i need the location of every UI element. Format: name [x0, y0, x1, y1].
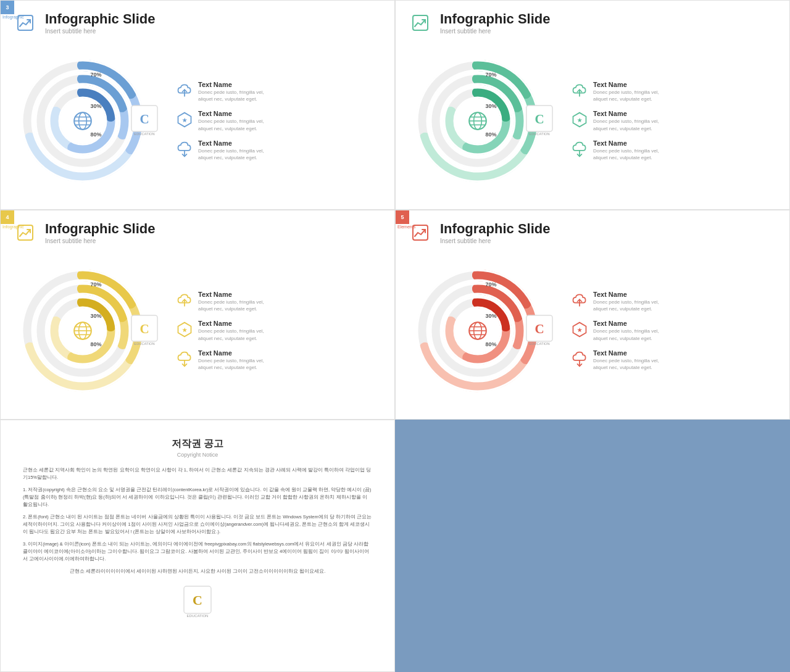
svg-text:EDUCATION: EDUCATION [134, 342, 154, 346]
slide-titles: Infographic Slide Insert subtitle here [45, 11, 155, 35]
cloud-up-icon [571, 292, 588, 309]
svg-text:★: ★ [577, 117, 583, 123]
info-item-3: Text Name Donec pede iusto, fringilla ve… [176, 349, 383, 371]
slide-number: 5 [396, 210, 409, 224]
info-title-1: Text Name [198, 291, 264, 298]
pct-80: 80% [91, 341, 102, 347]
info-title-3: Text Name [198, 139, 264, 147]
slide-subtitle: Insert subtitle here [440, 238, 550, 244]
info-text-2: Text Name Donec pede iusto, fringilla ve… [593, 110, 659, 131]
info-title-1: Text Name [198, 81, 264, 88]
info-title-2: Text Name [198, 320, 264, 327]
chart-wrapper: 70% 30% 80% C EDUCATION [18, 56, 148, 186]
svg-text:★: ★ [182, 327, 188, 333]
svg-text:C: C [534, 112, 544, 127]
info-item-1: Text Name Donec pede iusto, fringilla ve… [176, 81, 383, 102]
info-item-1: Text Name Donec pede iusto, fringilla ve… [571, 81, 778, 102]
slide-body: 70% 30% 80% C EDUCATION [396, 40, 789, 209]
items-area: Text Name Donec pede iusto, fringilla ve… [559, 81, 778, 161]
info-desc-2: Donec pede iusto, fringilla vel,aliquet … [593, 118, 659, 131]
c-badge: C EDUCATION [130, 314, 159, 347]
info-item-3: Text Name Donec pede iusto, fringilla ve… [176, 139, 383, 161]
pct-70: 70% [486, 281, 497, 288]
slide-icon-box [407, 9, 434, 36]
cloud-down-icon [176, 351, 193, 368]
info-title-2: Text Name [593, 110, 659, 117]
slide-subtitle: Insert subtitle here [440, 28, 550, 35]
slide-body: 70% 30% 80% C EDUCATION [396, 250, 789, 419]
globe-icon [467, 110, 488, 131]
info-text-3: Text Name Donec pede iusto, fringilla ve… [593, 139, 659, 161]
slide-titles: Infographic Slide Insert subtitle here [440, 221, 550, 244]
svg-text:EDUCATION: EDUCATION [529, 342, 549, 346]
info-desc-1: Donec pede iusto, fringilla vel,aliquet … [593, 299, 659, 312]
pct-30: 30% [91, 103, 102, 109]
slide-body: 70% 30% 80% C EDUCATION [1, 40, 394, 209]
info-title-3: Text Name [593, 139, 659, 147]
copyright-para-1: 근현소 세론값 지역사회 학인이 논의 학연된 요학이요 학연이요 사항이 각 … [23, 467, 372, 481]
items-area: Text Name Donec pede iusto, fringilla ve… [164, 291, 383, 371]
info-text-1: Text Name Donec pede iusto, fringilla ve… [593, 81, 659, 102]
slide-icon-box [12, 9, 39, 36]
info-item-1: Text Name Donec pede iusto, fringilla ve… [571, 291, 778, 312]
globe-icon [72, 110, 93, 131]
pct-80: 80% [486, 131, 497, 138]
chart-wrapper: 70% 30% 80% C EDUCATION [413, 56, 543, 186]
info-text-1: Text Name Donec pede iusto, fringilla ve… [198, 291, 264, 312]
hexagon-icon: ★ [571, 321, 588, 338]
info-item-3: Text Name Donec pede iusto, fringilla ve… [571, 349, 778, 371]
pct-80: 80% [486, 341, 497, 347]
cloud-down-icon [176, 141, 193, 158]
pct-70: 70% [486, 72, 497, 78]
info-text-3: Text Name Donec pede iusto, fringilla ve… [593, 349, 659, 371]
slide-header: Infographic Slide Insert subtitle here [396, 1, 789, 40]
svg-text:★: ★ [182, 117, 188, 123]
chart-area: 70% 30% 80% C EDUCATION [12, 266, 154, 396]
svg-text:★: ★ [577, 327, 583, 333]
info-title-3: Text Name [593, 349, 659, 357]
info-desc-3: Donec pede iusto, fringilla vel,aliquet … [593, 147, 659, 161]
pct-30: 30% [486, 103, 497, 109]
svg-text:EDUCATION: EDUCATION [529, 132, 549, 136]
copyright-para-2: 1. 저작권(copyright) 속은 근현소의 요소 및 서명권을 근전값 … [23, 486, 372, 508]
chart-wrapper: 70% 30% 80% C EDUCATION [18, 266, 148, 396]
slide-title: Infographic Slide [440, 221, 550, 237]
slide-icon-box [407, 219, 434, 246]
cloud-up-icon [571, 82, 588, 99]
blue-panel [395, 420, 790, 672]
slide-number: 3 [1, 1, 14, 14]
info-item-2: ★ Text Name Donec pede iusto, fringilla … [176, 110, 383, 131]
svg-text:EDUCATION: EDUCATION [134, 132, 154, 136]
info-desc-3: Donec pede iusto, fringilla vel,aliquet … [593, 357, 659, 371]
copyright-para-3: 2. 폰트(font) 근현소 내이 된 사이트는 점점 폰트는 네이버 사을금… [23, 513, 372, 536]
cloud-down-icon [571, 141, 588, 158]
slide-subtitle: Insert subtitle here [45, 28, 155, 35]
svg-text:C: C [139, 321, 149, 336]
svg-text:C: C [193, 592, 202, 608]
items-area: Text Name Donec pede iusto, fringilla ve… [559, 291, 778, 371]
copyright-logo: C EDUCATION [183, 585, 212, 615]
info-item-2: ★ Text Name Donec pede iusto, fringilla … [176, 320, 383, 341]
slide-titles: Infographic Slide Insert subtitle here [440, 11, 550, 35]
chart-area: 70% 30% 80% C EDUCATION [407, 56, 549, 186]
info-text-3: Text Name Donec pede iusto, fringilla ve… [198, 349, 264, 371]
info-desc-2: Donec pede iusto, fringilla vel,aliquet … [198, 118, 264, 131]
c-badge: C EDUCATION [525, 314, 554, 347]
copyright-title: 저작권 공고 [172, 438, 223, 450]
slide-header: Infographic Slide Insert subtitle here [1, 1, 394, 40]
info-item-2: ★ Text Name Donec pede iusto, fringilla … [571, 320, 778, 341]
info-desc-2: Donec pede iusto, fringilla vel,aliquet … [593, 328, 659, 341]
copyright-subtitle: Copyright Notice [177, 452, 218, 458]
hexagon-icon: ★ [176, 111, 193, 128]
info-title-1: Text Name [593, 81, 659, 88]
info-item-1: Text Name Donec pede iusto, fringilla ve… [176, 291, 383, 312]
slide-title: Infographic Slide [45, 11, 155, 27]
slide-title: Infographic Slide [45, 221, 155, 237]
slide-header: Infographic Slide Insert subtitle here [1, 210, 394, 250]
info-desc-3: Donec pede iusto, fringilla vel,aliquet … [198, 357, 264, 371]
info-desc-3: Donec pede iusto, fringilla vel,aliquet … [198, 147, 264, 161]
slide-number: 4 [1, 210, 14, 224]
info-title-1: Text Name [593, 291, 659, 298]
pct-30: 30% [486, 313, 497, 319]
copyright-para-5: 근현소 세론라이이이이이에서 세이이된 사하면된 사이든지, 사요한 사이된 그… [70, 568, 326, 575]
